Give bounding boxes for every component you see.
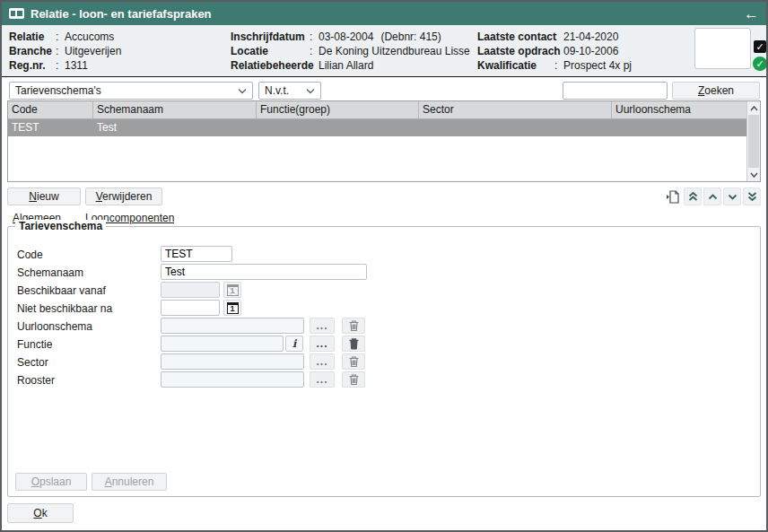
annuleren-label: Annuleren: [105, 475, 154, 488]
titlebar: Relatie - loon- en tariefafspraken ←: [2, 2, 766, 25]
double-chevron-down-icon: [747, 192, 757, 201]
field-label: Laatste opdrach: [477, 44, 554, 58]
sector-input[interactable]: [161, 353, 304, 370]
sector-label: Sector: [17, 356, 48, 369]
field-label: Locatie: [231, 44, 310, 58]
column-header-schemanaam[interactable]: Schemanaam: [93, 101, 257, 118]
field-value: Uitgeverijen: [65, 45, 121, 57]
field-label: Branche: [9, 44, 56, 58]
niet-beschikbaar-na-calendar-button[interactable]: 1: [223, 300, 241, 316]
field-value: 21-04-2020: [563, 31, 618, 43]
opslaan-label: Opslaan: [31, 475, 72, 488]
table-scrollbar[interactable]: [746, 101, 760, 181]
functie-input[interactable]: [161, 336, 284, 352]
zoeken-button[interactable]: Zoeken: [672, 82, 760, 100]
last-record-button[interactable]: [743, 188, 761, 205]
rooster-browse-button[interactable]: ...: [310, 371, 335, 388]
zoeken-label: Zoeken: [698, 84, 734, 97]
colon: :: [56, 30, 65, 44]
cell-sector: [419, 119, 612, 136]
info-field-laatste-contact: Laatste contact:21-04-2020: [477, 30, 632, 44]
annuleren-button: Annuleren: [92, 473, 167, 491]
tarievenschema-groupbox: Tarievenschema Code Schemanaam Beschikba…: [7, 226, 761, 497]
first-record-button[interactable]: [684, 188, 702, 205]
next-record-button[interactable]: [723, 188, 741, 205]
chevron-down-icon: [750, 172, 758, 178]
rooster-input[interactable]: [161, 371, 304, 388]
table-row-selected[interactable]: TEST Test: [8, 119, 746, 136]
field-value: Prospect 4x pj: [563, 59, 632, 72]
back-arrow-icon[interactable]: ←: [744, 6, 759, 22]
ok-button[interactable]: Ok: [7, 503, 74, 523]
chevron-up-icon: [708, 194, 718, 200]
verwijderen-button[interactable]: Verwijderen: [85, 188, 162, 205]
info-field-relatie: Relatie:Accucoms: [9, 30, 121, 44]
schema-type-value: Tarievenschema's: [15, 84, 234, 97]
cell-functie: [257, 119, 419, 136]
previous-record-button[interactable]: [703, 188, 721, 205]
form-row-code: Code: [8, 246, 760, 264]
field-label: Reg.nr.: [9, 58, 56, 73]
sector-browse-button[interactable]: ...: [310, 353, 335, 370]
code-label: Code: [17, 249, 43, 261]
field-value: Accucoms: [65, 31, 114, 43]
cell-schemanaam: Test: [93, 119, 257, 136]
colon: :: [310, 44, 319, 58]
table-header-row: Code Schemanaam Functie(groep) Sector Uu…: [8, 101, 746, 119]
new-record-button[interactable]: [664, 188, 680, 205]
schemanaam-input[interactable]: [161, 264, 367, 280]
new-page-icon: [666, 190, 679, 204]
field-label: Inschrijfdatum: [231, 30, 310, 44]
colon: :: [56, 44, 65, 58]
code-input[interactable]: [161, 246, 232, 262]
functie-browse-button[interactable]: ...: [310, 336, 335, 352]
column-header-code[interactable]: Code: [8, 101, 93, 118]
field-value: Lilian Allard: [319, 59, 373, 72]
sector-clear-button[interactable]: [342, 353, 365, 370]
status-select[interactable]: N.v.t.: [258, 82, 321, 100]
chevron-down-icon: [306, 88, 315, 94]
niet-beschikbaar-na-input[interactable]: [161, 300, 220, 316]
list-actions-row: Nieuw Verwijderen: [2, 188, 766, 209]
search-input[interactable]: [563, 82, 668, 100]
column-header-sector[interactable]: Sector: [419, 101, 612, 118]
form-row-uurloonschema: Uurloonschema ...: [8, 318, 760, 336]
calendar-icon: 1: [227, 302, 239, 314]
scroll-down-button[interactable]: [747, 168, 761, 181]
colon: :: [310, 58, 319, 73]
trash-icon-filled: [348, 337, 360, 350]
contact-card-icon: [9, 8, 24, 19]
colon: :: [554, 44, 563, 58]
status-value: N.v.t.: [265, 84, 302, 97]
photo-placeholder: [694, 28, 751, 69]
status-ok-icon: ✓: [753, 57, 767, 71]
functie-info-button[interactable]: i: [285, 336, 303, 352]
scroll-up-button[interactable]: [747, 101, 761, 115]
checked-checkbox-icon[interactable]: ✓: [754, 40, 766, 53]
relation-info-bar: Relatie:Accucoms Branche:Uitgeverijen Re…: [2, 25, 766, 77]
column-header-functiegroep[interactable]: Functie(groep): [257, 101, 419, 118]
chevron-up-icon: [750, 106, 758, 111]
uurloonschema-browse-button[interactable]: ...: [310, 318, 335, 334]
uurloonschema-clear-button[interactable]: [342, 318, 365, 334]
functie-label: Functie: [17, 338, 52, 351]
cell-uurloonschema: [612, 119, 746, 136]
trash-icon: [348, 319, 360, 332]
chevron-down-icon: [238, 88, 247, 94]
verwijderen-label: Verwijderen: [96, 190, 153, 203]
rooster-clear-button[interactable]: [342, 371, 365, 388]
opslaan-button: Opslaan: [15, 473, 87, 491]
column-header-uurloonschema[interactable]: Uurloonschema: [612, 101, 746, 118]
field-value: 03-08-2004: [319, 31, 373, 43]
schema-type-select[interactable]: Tarievenschema's: [9, 82, 253, 100]
save-cancel-row: Opslaan Annuleren: [15, 473, 167, 491]
scrollbar-thumb[interactable]: [748, 115, 759, 168]
uurloonschema-input[interactable]: [161, 318, 304, 334]
info-field-regnr: Reg.nr.:1311: [9, 58, 121, 73]
trash-icon: [348, 373, 360, 386]
functie-clear-button[interactable]: [342, 336, 365, 352]
nieuw-button[interactable]: Nieuw: [7, 188, 81, 205]
colon: :: [310, 30, 319, 44]
schema-table: Code Schemanaam Functie(groep) Sector Uu…: [7, 100, 761, 182]
field-extra: (Debnr: 415): [380, 31, 441, 43]
